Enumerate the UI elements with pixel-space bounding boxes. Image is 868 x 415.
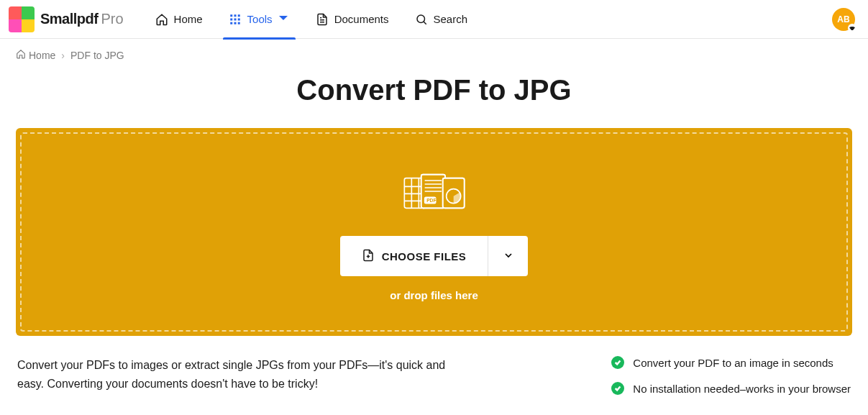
svg-rect-6	[230, 22, 232, 24]
nav-search[interactable]: Search	[402, 0, 481, 39]
svg-rect-3	[230, 18, 232, 20]
apps-grid-icon	[229, 13, 242, 26]
caret-down-icon	[277, 12, 290, 27]
nav-home-label: Home	[174, 13, 203, 25]
file-upload-icon	[362, 248, 375, 265]
nav-tools-label: Tools	[247, 13, 273, 25]
benefit-text: Convert your PDF to an image in seconds	[633, 357, 833, 369]
check-icon	[611, 356, 624, 369]
document-icon	[316, 13, 329, 26]
breadcrumb: Home › PDF to JPG	[0, 39, 868, 67]
brand-name: Smallpdf	[40, 11, 98, 27]
nav-documents[interactable]: Documents	[303, 0, 402, 39]
chevron-down-icon	[848, 24, 856, 32]
dropzone-inner: PDF CHOOSE FILES	[20, 132, 848, 332]
home-icon	[16, 49, 26, 61]
benefit-item: No installation needed–works in your bro…	[611, 382, 851, 395]
below-section: Convert your PDFs to images or extract s…	[16, 356, 852, 415]
check-icon	[611, 382, 624, 395]
search-icon	[415, 13, 428, 26]
svg-rect-1	[234, 14, 236, 17]
logo[interactable]: Smallpdf Pro	[9, 6, 124, 32]
logo-icon	[9, 6, 35, 32]
page-title: Convert PDF to JPG	[16, 74, 852, 106]
header-left: Smallpdf Pro Home Tools	[9, 0, 480, 39]
choose-files-button[interactable]: CHOOSE FILES	[340, 236, 488, 276]
svg-rect-5	[237, 18, 239, 20]
svg-rect-0	[230, 14, 232, 17]
breadcrumb-home[interactable]: Home	[16, 49, 55, 61]
nav-tools[interactable]: Tools	[216, 0, 303, 39]
benefit-text: No installation needed–works in your bro…	[633, 383, 851, 395]
svg-point-9	[417, 15, 425, 23]
dropzone[interactable]: PDF CHOOSE FILES	[16, 128, 852, 336]
svg-rect-7	[234, 22, 236, 24]
main: Convert PDF to JPG PDF	[0, 74, 868, 415]
nav-home[interactable]: Home	[142, 0, 216, 39]
drop-hint: or drop files here	[390, 289, 478, 301]
choose-files-label: CHOOSE FILES	[382, 250, 467, 263]
avatar-initials: AB	[837, 14, 849, 24]
header: Smallpdf Pro Home Tools	[0, 0, 868, 39]
breadcrumb-separator: ›	[61, 50, 65, 61]
svg-text:PDF: PDF	[426, 198, 436, 203]
choose-files-dropdown[interactable]	[488, 236, 528, 276]
benefits-list: Convert your PDF to an image in seconds …	[611, 356, 851, 408]
svg-rect-2	[237, 14, 239, 17]
brand-tier: Pro	[101, 11, 123, 27]
nav-search-label: Search	[434, 13, 468, 25]
chevron-down-icon	[503, 250, 514, 263]
nav-documents-label: Documents	[334, 13, 389, 25]
benefit-item: Convert your PDF to an image in seconds	[611, 356, 851, 369]
svg-rect-8	[237, 22, 239, 24]
main-nav: Home Tools Documents	[142, 0, 480, 39]
breadcrumb-current: PDF to JPG	[70, 50, 124, 61]
choose-row: CHOOSE FILES	[340, 236, 529, 276]
svg-rect-4	[234, 18, 236, 20]
files-illustration-icon: PDF	[398, 170, 470, 223]
description: Convert your PDFs to images or extract s…	[17, 356, 463, 408]
avatar[interactable]: AB	[832, 8, 855, 31]
breadcrumb-home-label: Home	[29, 50, 55, 61]
home-icon	[155, 13, 168, 26]
